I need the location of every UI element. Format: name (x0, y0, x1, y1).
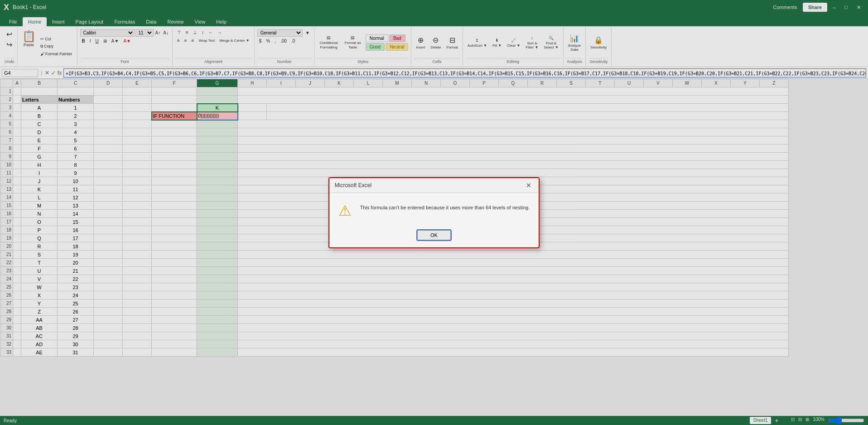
dialog-title: Microsoft Excel (335, 182, 371, 188)
dialog-message: This formula can't be entered because it… (360, 202, 530, 212)
ok-button[interactable]: OK (417, 230, 451, 240)
dialog-buttons: OK (329, 227, 539, 247)
dialog-content: ⚠ This formula can't be entered because … (329, 193, 539, 227)
dialog-titlebar: Microsoft Excel ✕ (329, 178, 539, 193)
warning-icon: ⚠ (338, 202, 353, 219)
dialog-close-button[interactable]: ✕ (524, 182, 533, 189)
dialog-overlay: Microsoft Excel ✕ ⚠ This formula can't b… (0, 0, 868, 357)
error-dialog: Microsoft Excel ✕ ⚠ This formula can't b… (328, 177, 540, 248)
